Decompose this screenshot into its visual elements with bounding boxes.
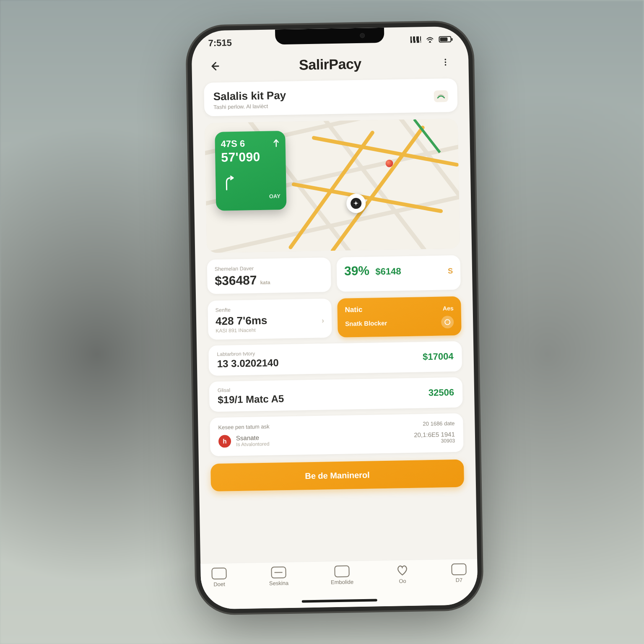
arrow-left-icon — [209, 61, 220, 72]
earnings-suffix: S — [448, 267, 453, 275]
battery-icon — [439, 36, 451, 43]
tab-3[interactable]: Embolide — [330, 565, 353, 585]
more-button[interactable] — [436, 53, 454, 71]
alert-icon: h — [218, 435, 231, 448]
card-badge — [434, 90, 448, 102]
arrow-up-icon — [273, 139, 280, 147]
summary-line2: Is Atvalontored — [236, 441, 270, 447]
wifi-icon — [425, 36, 434, 43]
app-bar: SalirPacy — [192, 51, 469, 83]
earnings-pct: 39% — [344, 264, 370, 278]
row2-value: $19/1 Matc A5 — [218, 393, 284, 406]
map-card-corner: OAY — [222, 193, 280, 200]
action-line1-left: Natic — [345, 305, 362, 314]
primary-cta-button[interactable]: Be de Maninerol — [210, 460, 464, 492]
map-card-line1: 47S 6 — [221, 138, 245, 150]
row1-value: 13 3.0202140 — [217, 357, 279, 370]
balance-tile[interactable]: Shemelan Daver $36487 kata — [207, 257, 331, 294]
history-row-2[interactable]: Glisal $19/1 Matc A5 32506 — [209, 377, 463, 412]
row2-amount: 32506 — [428, 387, 454, 398]
row1-label: Labtarbron tvtory — [217, 350, 278, 357]
summary-header-right: 20 1686 date — [423, 420, 454, 427]
summary-line2-amt: 30903 — [414, 438, 455, 444]
back-button[interactable] — [206, 57, 224, 75]
balance-suffix: kata — [260, 280, 270, 286]
tab-1-icon — [211, 568, 226, 580]
summary-line1: Ssanate — [236, 434, 270, 441]
turn-arrow-icon — [222, 175, 237, 192]
tab-1[interactable]: Doet — [211, 568, 227, 588]
chevron-right-icon: › — [322, 316, 324, 325]
heart-icon — [395, 564, 409, 576]
row1-amount: $17004 — [423, 351, 454, 362]
earnings-amount: $6148 — [375, 266, 401, 277]
action-line1-right: Aes — [443, 305, 454, 312]
tab-5[interactable]: D7 — [451, 564, 467, 584]
map-view[interactable]: 47S 6 57'090 OAY ✦ — [205, 119, 460, 253]
phone-frame: 7:515 SalirPacy Salalis kit Pay — [191, 26, 478, 609]
map-card-line2: 57'090 — [221, 149, 280, 164]
svg-point-1 — [444, 59, 446, 60]
balance-label: Shemelan Daver — [215, 264, 323, 272]
tab-2-icon — [271, 566, 286, 579]
tab-3-label: Embolide — [331, 579, 353, 585]
location-icon: ✦ — [351, 198, 361, 209]
card-icon — [437, 93, 445, 99]
action-line2: Snatk Blocker — [345, 319, 387, 327]
home-indicator[interactable] — [302, 599, 377, 602]
coin-icon — [441, 316, 454, 329]
earnings-tile[interactable]: 39% $6148 S — [336, 255, 460, 292]
row2-label: Glisal — [218, 386, 284, 393]
action-tile[interactable]: Natic Aes Snatk Blocker — [337, 296, 462, 338]
balance-value: $36487 — [215, 273, 257, 288]
tab-2-label: Seskina — [269, 580, 289, 587]
trips-tile[interactable]: Senfte 428 7'6ms › KASI 891 INaceht — [208, 299, 332, 340]
app-title: SalirPacy — [299, 55, 361, 73]
tab-5-icon — [451, 564, 466, 576]
svg-point-2 — [445, 61, 447, 63]
tab-4[interactable]: Oo — [395, 564, 409, 584]
history-row-1[interactable]: Labtarbron tvtory 13 3.0202140 $17004 — [208, 341, 462, 376]
summary-line1-amt: 20,1:6E5 1941 — [414, 431, 455, 439]
more-vertical-icon — [441, 57, 450, 67]
svg-point-16 — [445, 319, 450, 325]
summary-header-left: Kesee pen tatum ask — [218, 423, 269, 431]
tab-1-label: Doet — [213, 581, 225, 587]
trips-label: Senfte — [216, 305, 324, 313]
svg-point-3 — [445, 64, 447, 66]
tab-2[interactable]: Seskina — [269, 566, 288, 587]
tab-bar: Doet Seskina Embolide Oo D7 — [200, 558, 478, 610]
tab-4-label: Oo — [399, 578, 406, 584]
map-info-card[interactable]: 47S 6 57'090 OAY — [215, 131, 286, 211]
status-time: 7:515 — [208, 37, 232, 49]
tab-3-icon — [334, 565, 349, 577]
device-notch — [275, 28, 384, 45]
signal-icon — [410, 36, 421, 43]
destination-card[interactable]: Salalis kit Pay Tashi perlow. Al lavièct — [204, 78, 457, 117]
trips-value: 428 7'6ms — [216, 314, 267, 328]
summary-card[interactable]: Kesee pen tatum ask 20 1686 date h Ssana… — [210, 413, 464, 457]
tab-5-label: D7 — [455, 577, 462, 583]
